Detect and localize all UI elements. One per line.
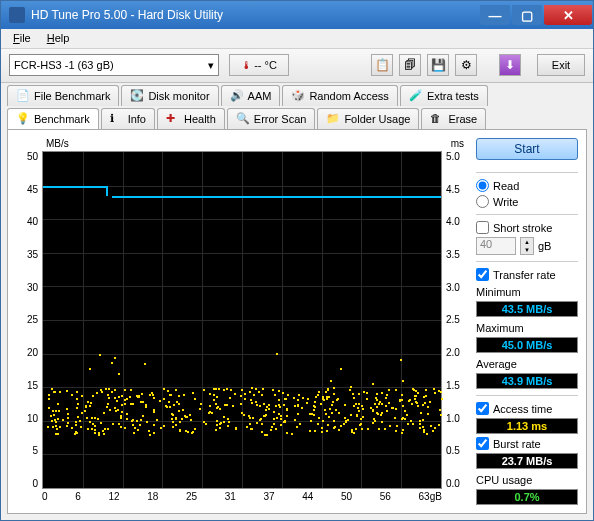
dropdown-icon: ▾ bbox=[208, 59, 214, 72]
titlebar[interactable]: HD Tune Pro 5.00 - Hard Disk Utility — ▢… bbox=[1, 1, 593, 29]
y-axis-right: 5.04.54.03.53.02.52.01.51.00.50.0 bbox=[442, 151, 468, 489]
erase-icon: 🗑 bbox=[430, 112, 444, 126]
avg-label: Average bbox=[476, 358, 578, 370]
temperature-display: 🌡 -- °C bbox=[229, 54, 289, 76]
tabs-row-upper: 📄File Benchmark 💽Disk monitor 🔊AAM 🎲Rand… bbox=[1, 83, 593, 106]
stroke-unit: gB bbox=[538, 240, 551, 252]
start-button[interactable]: Start bbox=[476, 138, 578, 160]
scan-icon: 🔍 bbox=[236, 112, 250, 126]
transfer-rate-check[interactable]: Transfer rate bbox=[476, 268, 578, 281]
tab-erase[interactable]: 🗑Erase bbox=[421, 108, 486, 129]
window-title: HD Tune Pro 5.00 - Hard Disk Utility bbox=[31, 8, 479, 22]
max-value: 45.0 MB/s bbox=[476, 337, 578, 353]
avg-value: 43.9 MB/s bbox=[476, 373, 578, 389]
side-panel: Start Read Write Short stroke 40 ▲▼ gB T… bbox=[476, 138, 578, 505]
menu-file[interactable]: File bbox=[9, 31, 35, 45]
tab-error-scan[interactable]: 🔍Error Scan bbox=[227, 108, 316, 129]
extra-tests-icon: 🧪 bbox=[409, 89, 423, 103]
max-label: Maximum bbox=[476, 322, 578, 334]
cpu-label: CPU usage bbox=[476, 474, 578, 486]
tabs-row-lower: 💡Benchmark ℹInfo ✚Health 🔍Error Scan 📁Fo… bbox=[1, 106, 593, 129]
file-benchmark-icon: 📄 bbox=[16, 89, 30, 103]
tab-extra-tests[interactable]: 🧪Extra tests bbox=[400, 85, 488, 106]
tab-disk-monitor[interactable]: 💽Disk monitor bbox=[121, 85, 218, 106]
random-access-icon: 🎲 bbox=[291, 89, 305, 103]
toolbar: FCR-HS3 -1 (63 gB) ▾ 🌡 -- °C 📋 🗐 💾 ⚙ ⬇ E… bbox=[1, 49, 593, 84]
short-stroke-check[interactable]: Short stroke bbox=[476, 221, 578, 234]
tab-info[interactable]: ℹInfo bbox=[101, 108, 155, 129]
plot-canvas bbox=[42, 151, 442, 489]
y-right-unit: ms bbox=[451, 138, 464, 149]
tab-folder-usage[interactable]: 📁Folder Usage bbox=[317, 108, 419, 129]
tab-aam[interactable]: 🔊AAM bbox=[221, 85, 281, 106]
burst-rate-check[interactable]: Burst rate bbox=[476, 437, 578, 450]
tab-health[interactable]: ✚Health bbox=[157, 108, 225, 129]
benchmark-icon: 💡 bbox=[16, 112, 30, 126]
folder-icon: 📁 bbox=[326, 112, 340, 126]
settings-button[interactable]: ⚙ bbox=[455, 54, 477, 76]
write-radio[interactable]: Write bbox=[476, 195, 578, 208]
temp-value: -- °C bbox=[254, 59, 277, 71]
tab-file-benchmark[interactable]: 📄File Benchmark bbox=[7, 85, 119, 106]
cpu-value: 0.7% bbox=[476, 489, 578, 505]
stroke-spinner[interactable]: ▲▼ bbox=[520, 237, 534, 255]
burst-value: 23.7 MB/s bbox=[476, 453, 578, 469]
access-value: 1.13 ms bbox=[476, 418, 578, 434]
menubar: File Help bbox=[1, 29, 593, 48]
drive-label: FCR-HS3 -1 (63 gB) bbox=[14, 59, 114, 71]
close-button[interactable]: ✕ bbox=[544, 5, 592, 25]
screenshot-button[interactable]: 🗐 bbox=[399, 54, 421, 76]
read-radio[interactable]: Read bbox=[476, 179, 578, 192]
min-value: 43.5 MB/s bbox=[476, 301, 578, 317]
tab-random-access[interactable]: 🎲Random Access bbox=[282, 85, 397, 106]
thermometer-icon: 🌡 bbox=[241, 59, 252, 71]
disk-monitor-icon: 💽 bbox=[130, 89, 144, 103]
copy-info-button[interactable]: 📋 bbox=[371, 54, 393, 76]
benchmark-panel: MB/s ms 50454035302520151050 5.04.54.03.… bbox=[7, 129, 587, 514]
info-icon: ℹ bbox=[110, 112, 124, 126]
access-time-check[interactable]: Access time bbox=[476, 402, 578, 415]
y-axis-left: 50454035302520151050 bbox=[16, 151, 42, 489]
stroke-input[interactable]: 40 bbox=[476, 237, 516, 255]
health-icon: ✚ bbox=[166, 112, 180, 126]
drive-dropdown[interactable]: FCR-HS3 -1 (63 gB) ▾ bbox=[9, 54, 219, 76]
action-button[interactable]: ⬇ bbox=[499, 54, 521, 76]
x-axis: 06121825313744505663gB bbox=[16, 489, 442, 505]
maximize-button[interactable]: ▢ bbox=[512, 5, 542, 25]
speaker-icon: 🔊 bbox=[230, 89, 244, 103]
app-window: HD Tune Pro 5.00 - Hard Disk Utility — ▢… bbox=[0, 0, 594, 521]
minimize-button[interactable]: — bbox=[480, 5, 510, 25]
tab-benchmark[interactable]: 💡Benchmark bbox=[7, 108, 99, 129]
menu-help[interactable]: Help bbox=[43, 31, 74, 45]
app-icon bbox=[9, 7, 25, 23]
exit-button[interactable]: Exit bbox=[537, 54, 585, 76]
chart-area: MB/s ms 50454035302520151050 5.04.54.03.… bbox=[16, 138, 468, 505]
save-button[interactable]: 💾 bbox=[427, 54, 449, 76]
min-label: Minimum bbox=[476, 286, 578, 298]
y-left-unit: MB/s bbox=[46, 138, 69, 149]
